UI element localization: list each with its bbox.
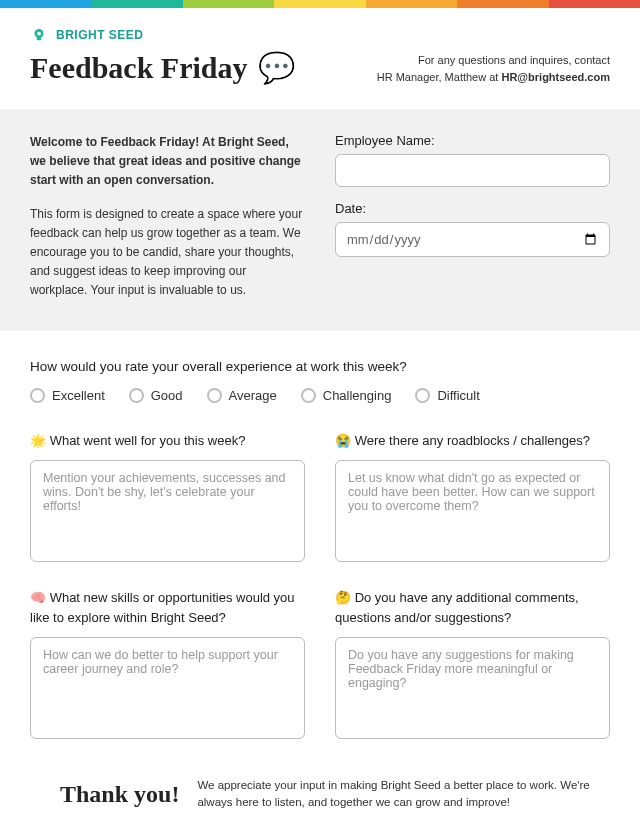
radio-icon xyxy=(301,388,316,403)
brand-name: BRIGHT SEED xyxy=(56,28,144,42)
contact-info: For any questions and inquires, contact … xyxy=(377,52,610,85)
rating-question: How would you rate your overall experien… xyxy=(30,359,610,374)
went-well-textarea[interactable] xyxy=(30,460,305,562)
welcome-text: Welcome to Feedback Friday! At Bright Se… xyxy=(30,133,305,301)
svg-point-2 xyxy=(37,32,41,36)
skills-textarea[interactable] xyxy=(30,637,305,739)
radio-good[interactable]: Good xyxy=(129,388,183,403)
bar-seg xyxy=(183,0,274,8)
bar-seg xyxy=(274,0,365,8)
main-form: How would you rate your overall experien… xyxy=(0,331,640,764)
radio-icon xyxy=(129,388,144,403)
contact-email: HR@brightseed.com xyxy=(501,71,610,83)
bar-seg xyxy=(549,0,640,8)
speech-bubble-icon: 💬 xyxy=(258,50,295,85)
thinking-icon: 🤔 xyxy=(335,590,351,605)
intro-section: Welcome to Feedback Friday! At Bright Se… xyxy=(0,109,640,331)
q-comments: 🤔 Do you have any additional comments, q… xyxy=(335,588,610,743)
date-input[interactable] xyxy=(335,222,610,257)
svg-rect-1 xyxy=(37,37,42,40)
header: BRIGHT SEED Feedback Friday 💬 For any qu… xyxy=(0,8,640,109)
radio-challenging[interactable]: Challenging xyxy=(301,388,392,403)
lightbulb-icon xyxy=(30,26,48,44)
radio-icon xyxy=(415,388,430,403)
question-grid: 🌟 What went well for you this week? 😭 We… xyxy=(30,431,610,744)
bar-seg xyxy=(457,0,548,8)
identity-fields: Employee Name: Date: xyxy=(335,133,610,301)
crying-icon: 😭 xyxy=(335,433,351,448)
employee-name-input[interactable] xyxy=(335,154,610,187)
q-roadblocks: 😭 Were there any roadblocks / challenges… xyxy=(335,431,610,567)
thank-you-heading: Thank you! xyxy=(60,781,179,808)
page-title: Feedback Friday 💬 xyxy=(30,50,295,85)
star-icon: 🌟 xyxy=(30,433,46,448)
q-went-well: 🌟 What went well for you this week? xyxy=(30,431,305,567)
radio-difficult[interactable]: Difficult xyxy=(415,388,479,403)
q-skills: 🧠 What new skills or opportunities would… xyxy=(30,588,305,743)
roadblocks-textarea[interactable] xyxy=(335,460,610,562)
bar-seg xyxy=(0,0,91,8)
rainbow-bar xyxy=(0,0,640,8)
name-label: Employee Name: xyxy=(335,133,610,148)
radio-icon xyxy=(30,388,45,403)
comments-textarea[interactable] xyxy=(335,637,610,739)
footer: Thank you! We appreciate your input in m… xyxy=(0,763,640,828)
rating-options: Excellent Good Average Challenging Diffi… xyxy=(30,388,610,403)
brain-icon: 🧠 xyxy=(30,590,46,605)
footer-text: We appreciate your input in making Brigh… xyxy=(197,777,610,812)
bar-seg xyxy=(366,0,457,8)
brand: BRIGHT SEED xyxy=(30,26,610,44)
date-label: Date: xyxy=(335,201,610,216)
radio-excellent[interactable]: Excellent xyxy=(30,388,105,403)
bar-seg xyxy=(91,0,182,8)
radio-average[interactable]: Average xyxy=(207,388,277,403)
radio-icon xyxy=(207,388,222,403)
